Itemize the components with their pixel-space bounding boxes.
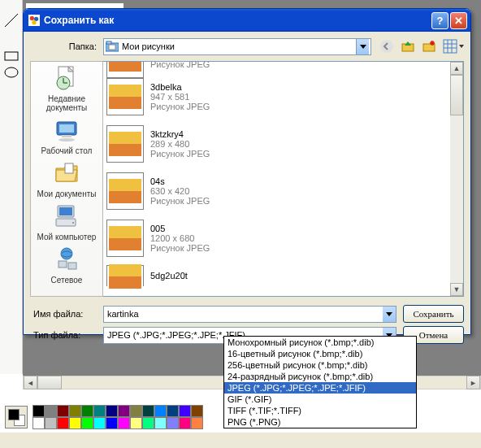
file-item[interactable]: 3ktzkry4 289 x 480 Рисунок JPEG [103,120,450,167]
color-swatch[interactable] [167,417,179,429]
color-swatch[interactable] [142,405,154,417]
save-button[interactable]: Сохранить [403,305,464,323]
filetype-option[interactable]: JPEG (*.JPG;*.JPEG;*.JPE;*.JFIF) [224,382,416,394]
filetype-option[interactable]: PNG (*.PNG) [224,416,416,428]
svg-rect-17 [444,40,457,53]
svg-rect-28 [62,135,72,137]
tool-panel [0,0,23,374]
svg-point-34 [72,222,74,224]
color-swatch[interactable] [93,417,106,429]
file-thumbnail [106,265,144,286]
place-desktop[interactable]: Рабочий стол [34,115,99,157]
filetype-dropdown[interactable]: Монохромный рисунок (*.bmp;*.dib)16-цвет… [223,336,417,428]
file-info: 04s 630 x 420 Рисунок JPEG [150,176,210,206]
file-vscrollbar[interactable]: ▲ ▼ [450,62,463,296]
color-swatch[interactable] [142,417,154,429]
filename-input[interactable]: kartinka [103,306,396,323]
svg-point-35 [61,248,72,259]
filetype-label: Тип файла: [30,330,103,340]
color-swatch[interactable] [32,417,45,429]
color-swatch[interactable] [57,417,69,429]
color-swatch[interactable] [118,417,130,429]
close-button[interactable]: ✕ [450,12,467,29]
color-swatch[interactable] [106,405,118,417]
file-item[interactable]: 3dbelka 947 x 581 Рисунок JPEG [103,73,450,120]
back-icon[interactable] [379,39,394,54]
color-swatch[interactable] [167,405,179,417]
svg-rect-1 [5,52,18,60]
tool-ellipse[interactable] [2,63,20,81]
file-list[interactable]: 1280 x 1024 Рисунок JPEG 3dbelka 947 x 5… [103,61,464,297]
color-swatch[interactable] [32,405,45,417]
svg-rect-9 [109,45,115,50]
color-swatch[interactable] [179,417,191,429]
file-item[interactable]: 005 1200 x 680 Рисунок JPEG [103,215,450,262]
file-info: 005 1200 x 680 Рисунок JPEG [150,224,210,253]
svg-point-6 [32,20,36,24]
scroll-right-button[interactable]: ► [466,376,480,389]
file-item[interactable]: 1280 x 1024 Рисунок JPEG [103,61,450,73]
filetype-option[interactable]: GIF (*.GIF) [224,394,416,405]
places-bar: Недавние документы Рабочий стол Мои доку… [30,61,103,297]
file-item[interactable]: 5dg2u20t [103,262,450,289]
filetype-option[interactable]: 256-цветный рисунок (*.bmp;*.dib) [224,359,416,371]
app-icon [28,15,40,26]
color-swatch[interactable] [130,417,142,429]
file-item[interactable]: 04s 630 x 420 Рисунок JPEG [103,167,450,215]
place-recent[interactable]: Недавние документы [34,63,99,114]
file-thumbnail [106,61,144,78]
place-mydocs[interactable]: Мои документы [34,159,99,200]
file-thumbnail [106,220,144,257]
mydocs-icon [54,160,80,186]
color-swatch[interactable] [45,405,57,417]
color-swatch[interactable] [106,417,118,429]
scroll-vthumb[interactable] [450,75,463,115]
color-swatch[interactable] [191,417,203,429]
color-swatch[interactable] [57,405,69,417]
view-menu-button[interactable] [443,39,464,54]
up-folder-icon[interactable] [401,39,415,54]
svg-rect-8 [106,41,111,44]
dialog-title: Сохранить как [44,15,114,26]
new-folder-icon[interactable] [422,39,436,54]
fg-color-swatch[interactable] [8,409,20,420]
color-swatch[interactable] [154,417,167,429]
help-button[interactable]: ? [431,12,448,29]
svg-point-10 [380,40,393,53]
computer-icon [54,203,80,229]
svg-rect-32 [59,207,72,215]
color-swatch[interactable] [179,405,191,417]
color-swatch[interactable] [154,405,167,417]
place-network[interactable]: Сетевое [34,245,99,286]
scroll-thumb[interactable] [37,376,62,389]
file-info: 1280 x 1024 Рисунок JPEG [150,61,210,69]
folder-select[interactable]: Мои рисунки [103,38,371,55]
color-swatch[interactable] [81,405,93,417]
view-icon [443,39,457,54]
scroll-up-button[interactable]: ▲ [450,62,463,75]
filetype-option[interactable]: 24-разрядный рисунок (*.bmp;*.dib) [224,371,416,382]
tool-line[interactable] [2,11,20,29]
filetype-option[interactable]: TIFF (*.TIF;*.TIFF) [224,405,416,416]
svg-point-2 [5,67,18,77]
filetype-option[interactable]: Монохромный рисунок (*.bmp;*.dib) [224,337,416,348]
color-swatch[interactable] [69,417,81,429]
color-swatch[interactable] [191,405,203,417]
svg-point-5 [34,17,38,21]
color-swatch[interactable] [81,417,93,429]
tool-rect[interactable] [2,47,20,65]
folder-dropdown-btn[interactable] [356,39,369,54]
scroll-down-button[interactable]: ▼ [450,283,463,296]
current-colors[interactable] [5,406,28,428]
filetype-option[interactable]: 16-цветный рисунок (*.bmp;*.dib) [224,348,416,359]
svg-rect-37 [68,263,76,269]
color-swatch[interactable] [130,405,142,417]
place-mycomputer[interactable]: Мой компьютер [34,202,99,243]
scroll-left-button[interactable]: ◄ [24,376,37,389]
titlebar[interactable]: Сохранить как ? ✕ [24,9,470,32]
filename-dropdown-btn[interactable] [383,307,396,322]
color-swatch[interactable] [93,405,106,417]
color-swatch[interactable] [45,417,57,429]
color-swatch[interactable] [69,405,81,417]
color-swatch[interactable] [118,405,130,417]
